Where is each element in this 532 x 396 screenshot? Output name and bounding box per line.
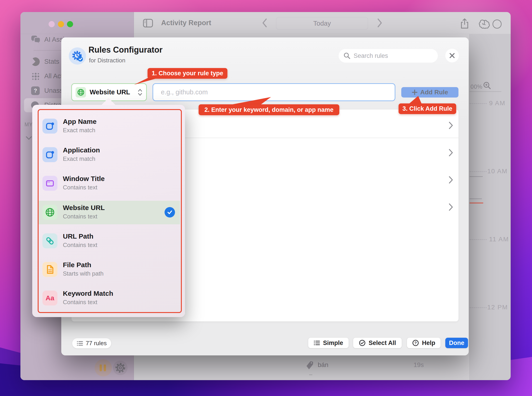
chevron-right-icon[interactable] <box>448 121 453 129</box>
selected-check-icon <box>165 207 175 217</box>
globe-tile <box>76 87 86 98</box>
zoom-window-button[interactable] <box>67 21 73 27</box>
chevron-down-icon[interactable] <box>25 136 32 140</box>
entry-tag-label: bán <box>318 361 328 369</box>
annotation-text: 2. Enter your keyword, domain, or app na… <box>205 106 334 113</box>
simple-label: Simple <box>323 339 343 347</box>
hour-dash-line <box>470 103 487 104</box>
done-button[interactable]: Done <box>445 338 468 348</box>
check-circle-icon <box>359 339 366 346</box>
titlebar: Activity Report Today <box>20 12 511 34</box>
dialog-title: Rules Configurator <box>89 45 163 55</box>
svg-text:?: ? <box>414 341 417 345</box>
globe-icon <box>77 89 84 96</box>
sidebar-toggle-icon[interactable] <box>143 19 153 27</box>
chevron-right-icon[interactable] <box>448 149 453 157</box>
sidebar-section-label: MY <box>24 122 33 128</box>
annotation-step2: 2. Enter your keyword, domain, or app na… <box>199 104 339 115</box>
date-selector-button[interactable]: Today <box>276 17 368 30</box>
timeline-divider <box>470 91 501 92</box>
add-rule-label: Add Rule <box>420 89 448 96</box>
chevron-right-icon[interactable] <box>448 203 453 211</box>
activity-bar <box>470 176 483 177</box>
hour-label: 9 AM <box>489 99 505 107</box>
rule-type-menu: App Name Exact match Application Exact m… <box>32 105 185 317</box>
pause-icon[interactable] <box>100 364 102 371</box>
rules-app-icon <box>69 47 86 65</box>
timeline-strip: 00% 9 AM 10 AM 11 AM 12 PM <box>469 34 511 380</box>
search-rules-field[interactable] <box>339 49 438 63</box>
list-icon <box>314 340 320 346</box>
question-circle-icon: ? <box>412 339 419 346</box>
rules-count-pill[interactable]: 77 rules <box>72 338 111 348</box>
help-label: Help <box>422 339 435 347</box>
dialog-subtitle: for Distraction <box>89 57 125 64</box>
select-all-label: Select All <box>369 339 396 347</box>
entry-duration: 19s <box>414 361 424 369</box>
gear-icon <box>113 361 128 375</box>
rule-type-selected-label: Website URL <box>90 88 134 96</box>
minimize-window-button[interactable] <box>58 21 64 27</box>
entry-tick <box>309 374 312 375</box>
add-rule-button[interactable]: Add Rule <box>401 87 458 98</box>
chat-bubbles-icon <box>31 35 41 44</box>
search-rules-input[interactable] <box>354 52 426 59</box>
rule-type-selector[interactable]: Website URL <box>71 83 147 101</box>
date-label: Today <box>313 20 331 27</box>
pie-chart-icon <box>29 56 41 68</box>
annotation-step3: 3. Click Add Rule <box>399 103 456 114</box>
activity-bar <box>470 198 482 199</box>
zoom-in-icon[interactable] <box>483 81 491 90</box>
hour-dash-line <box>470 171 487 172</box>
hour-label: 12 PM <box>487 304 508 311</box>
hour-dash-line <box>470 239 487 240</box>
sidebar-item-label: Stats <box>44 58 59 65</box>
hour-label: 10 AM <box>487 168 508 175</box>
close-window-button[interactable] <box>48 21 55 27</box>
sidebar-item-label: All Acti <box>44 72 64 80</box>
list-icon <box>77 341 83 346</box>
settings-button[interactable] <box>113 361 128 375</box>
annotation-step1: 1. Choose your rule type <box>148 68 227 79</box>
done-label: Done <box>449 339 464 347</box>
pause-glow <box>95 359 112 377</box>
dots-grid-icon <box>31 72 40 81</box>
next-day-chevron[interactable] <box>377 18 382 28</box>
annotation-text: 1. Choose your rule type <box>152 70 223 77</box>
simple-mode-button[interactable]: Simple <box>308 338 349 348</box>
question-square-icon: ? <box>31 86 40 95</box>
previous-day-chevron[interactable] <box>262 18 267 28</box>
select-all-button[interactable]: Select All <box>353 338 402 348</box>
close-icon <box>449 52 455 59</box>
brain-icon[interactable] <box>479 19 491 29</box>
rules-count-label: 77 rules <box>86 340 107 347</box>
zoom-level-label: 00% <box>471 83 483 90</box>
annotation-highlight-border <box>38 109 182 313</box>
annotation-text: 3. Click Add Rule <box>402 105 452 112</box>
tag-icon <box>306 361 314 370</box>
hour-dash-line <box>470 307 487 308</box>
keyword-input[interactable] <box>153 83 395 101</box>
help-button[interactable]: ? Help <box>407 338 441 348</box>
activity-bar-highlight <box>470 203 483 204</box>
search-icon <box>344 52 350 59</box>
window-title: Activity Report <box>161 19 211 27</box>
up-down-chevrons-icon <box>137 88 142 96</box>
hour-label: 11 AM <box>489 236 509 243</box>
close-dialog-button[interactable] <box>445 49 459 62</box>
chevron-right-icon[interactable] <box>448 176 453 184</box>
plus-icon <box>412 89 418 95</box>
share-icon[interactable] <box>460 18 469 29</box>
pause-icon[interactable] <box>104 364 106 371</box>
status-circle-icon[interactable] <box>492 19 502 29</box>
